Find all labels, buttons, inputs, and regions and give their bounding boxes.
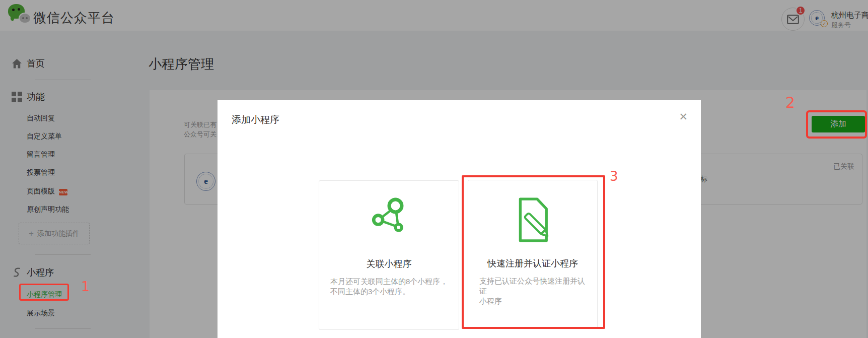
annotation-box-step2 bbox=[806, 110, 867, 139]
wechat-mp-admin-screen: 微信公众平台 1 e ✓ 杭州电子商 服务号 首页 功能 自动回复 自定义菜单 bbox=[0, 0, 868, 338]
card-title: 关联小程序 bbox=[319, 258, 459, 270]
annotation-number-step1: 1 bbox=[81, 279, 90, 294]
add-miniprogram-modal: 添加小程序 ✕ 关联小程序 本月还可关联同主体的8个小程序， 不同主体的3个小程… bbox=[218, 100, 701, 338]
annotation-number-step3: 3 bbox=[610, 169, 618, 184]
card-description: 本月还可关联同主体的8个小程序， 不同主体的3个小程序。 bbox=[330, 277, 452, 297]
annotation-number-step2: 2 bbox=[785, 94, 795, 111]
network-link-icon bbox=[369, 196, 409, 235]
annotation-box-step1 bbox=[19, 284, 69, 301]
modal-title: 添加小程序 bbox=[232, 113, 279, 126]
annotation-box-step3 bbox=[462, 175, 605, 329]
close-icon[interactable]: ✕ bbox=[679, 111, 688, 122]
card-link-miniprogram[interactable]: 关联小程序 本月还可关联同主体的8个小程序， 不同主体的3个小程序。 bbox=[319, 180, 459, 330]
